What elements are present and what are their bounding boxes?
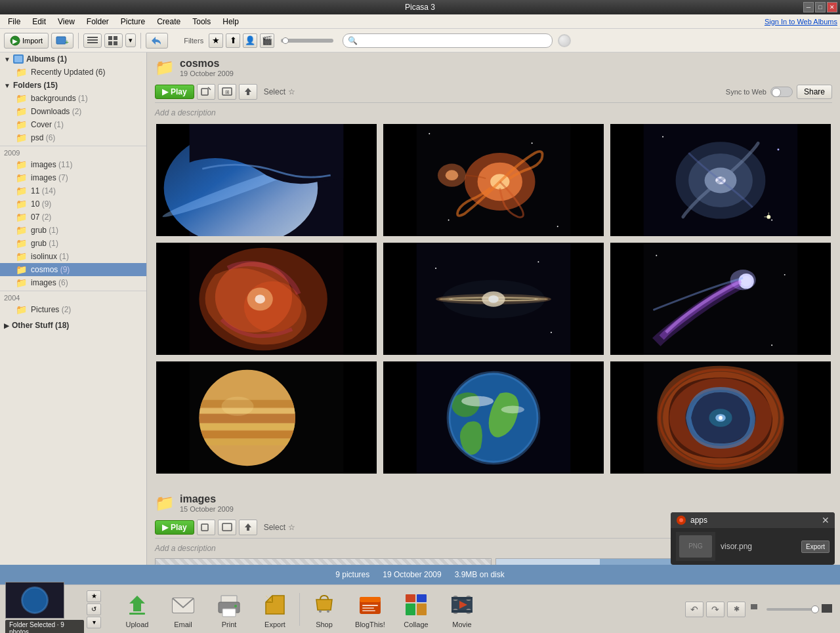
print-action[interactable]: Print [206,588,252,631]
menu-tools[interactable]: Tools [187,16,216,28]
cosmos-sync-toggle[interactable] [770,87,793,97]
cosmos-tool-btn-3[interactable] [239,84,257,100]
filter-slider[interactable] [281,39,333,43]
tray-rotate-button[interactable]: ↺ [87,603,101,615]
import-button[interactable]: ▶ Import [4,33,49,49]
svg-point-57 [442,280,545,319]
cosmos-tool-btn-1[interactable] [197,84,215,100]
images-select-label: Select [264,523,285,532]
mark-button[interactable]: ✱ [727,602,746,617]
photo-comet[interactable] [609,241,832,356]
menu-picture[interactable]: Picture [116,16,150,28]
slideshow-icon: ⊞ [222,87,232,97]
sidebar-item-psd[interactable]: 📁 psd (6) [0,131,146,144]
svg-text:+: + [65,39,69,46]
photo-edge-on-galaxy[interactable] [382,241,605,356]
list-view-button[interactable] [83,33,102,48]
menu-folder[interactable]: Folder [81,16,114,28]
sidebar-item-downloads[interactable]: 📁 Downloads (2) [0,105,146,118]
dropdown-button[interactable]: ▾ [125,33,136,47]
overlay-close-button[interactable]: ✕ [822,515,830,525]
images-play-button[interactable]: ▶ Play [155,520,194,535]
zoom-slider[interactable] [766,608,819,611]
menu-help[interactable]: Help [217,16,244,28]
sidebar-item-images-6[interactable]: 📁 images (6) [0,276,146,289]
cosmos-select-star[interactable]: ☆ [288,87,295,96]
sidebar-item-images-7[interactable]: 📁 images (7) [0,171,146,184]
folders-section-header[interactable]: ▼ Folders (15) [0,79,146,92]
photo-jupiter[interactable] [155,360,378,475]
images-select-star[interactable]: ☆ [288,523,295,532]
filter-star-button[interactable]: ★ [209,33,223,48]
sidebar-item-grub-1[interactable]: 📁 grub (1) [0,224,146,237]
cosmos-share-button[interactable]: Share [797,85,832,99]
filter-upload-button[interactable]: ⬆ [226,33,240,48]
shop-action[interactable]: Shop [301,588,347,631]
sidebar-item-cover-label: Cover (1) [31,120,64,129]
sidebar-item-pictures[interactable]: 📁 Pictures (2) [0,303,146,316]
grid-view-button[interactable] [104,33,123,48]
sidebar-item-cover[interactable]: 📁 Cover (1) [0,118,146,131]
sidebar-item-10[interactable]: 📁 10 (9) [0,197,146,211]
menu-view[interactable]: View [52,16,80,28]
cosmos-select-label: Select [264,87,285,96]
cosmos-tool-btn-2[interactable]: ⊞ [218,84,236,100]
sidebar-item-images-11[interactable]: 📁 images (11) [0,158,146,171]
photo-earth-globe[interactable] [382,360,605,475]
photo-nebula-orange[interactable] [155,241,378,356]
cosmos-play-button[interactable]: ▶ Play [155,85,194,99]
other-stuff-label: Other Stuff (18) [12,321,69,330]
blogthis-action[interactable]: BlogThis! [347,588,393,631]
menu-file[interactable]: File [3,16,26,28]
minimize-button[interactable]: ─ [803,2,814,12]
sidebar-item-cosmos-label: cosmos (9) [31,265,70,274]
back-button[interactable] [146,33,168,49]
folders-header-label: Folders (15) [13,81,58,90]
redo-button[interactable]: ↷ [706,602,724,617]
sidebar-item-recently-updated[interactable]: 📁 Recently Updated (6) [0,66,146,79]
images-tool-btn-2[interactable] [218,520,236,535]
movie-action[interactable]: Movie [439,588,485,631]
menu-create[interactable]: Create [152,16,186,28]
photo-helix-nebula[interactable] [609,360,832,475]
images-thumb-placeholder-1[interactable] [155,558,492,565]
svg-rect-116 [362,610,375,611]
folder-icon-isolinux: 📁 [16,251,27,262]
overlay-export-button[interactable]: Export [801,541,830,553]
sidebar-item-11[interactable]: 📁 11 (14) [0,184,146,197]
photo-spiral-galaxy-1[interactable] [382,123,605,237]
zoom-small-icon [751,604,764,615]
preview-thumbnail[interactable] [5,582,64,619]
sidebar-item-cosmos[interactable]: 📁 cosmos (9) [0,263,146,276]
menu-edit[interactable]: Edit [27,16,51,28]
filter-person-button[interactable]: 👤 [243,33,257,48]
tray-menu-button[interactable]: ▾ [87,617,101,628]
photo-spiral-galaxy-2[interactable] [609,123,832,237]
albums-section-header[interactable]: ▼ Albums (1) [0,52,146,66]
edit-icon [201,87,211,97]
undo-button[interactable]: ↶ [685,602,704,617]
other-stuff-section-header[interactable]: ▶ Other Stuff (18) [0,319,146,332]
photo-earth-atmosphere[interactable] [155,123,378,237]
images-title-row: 📁 images 15 October 2009 [155,493,832,513]
tray-star-button[interactable]: ★ [87,590,101,602]
email-action[interactable]: Email [160,588,206,631]
search-input[interactable] [343,33,553,48]
sidebar-item-backgrounds[interactable]: 📁 backgrounds (1) [0,92,146,105]
add-photos-button[interactable]: + [51,33,74,49]
collage-action[interactable]: Collage [393,588,439,631]
sign-in-link[interactable]: Sign In to Web Albums [765,18,837,26]
sidebar-item-07[interactable]: 📁 07 (2) [0,211,146,224]
images-tool-btn-1[interactable] [197,520,215,535]
svg-rect-71 [199,424,295,430]
maximize-button[interactable]: □ [815,2,826,12]
sidebar-item-grub-2[interactable]: 📁 grub (1) [0,237,146,250]
export-action[interactable]: Export [252,588,298,631]
filter-video-button[interactable]: 🎬 [260,33,274,48]
upload-action[interactable]: Upload [114,588,160,631]
cosmos-description[interactable]: Add a description [155,108,832,123]
close-button[interactable]: ✕ [827,2,837,12]
images-tool-btn-3[interactable] [239,520,257,535]
folder-icon-images-6: 📁 [16,277,27,288]
sidebar-item-isolinux[interactable]: 📁 isolinux (1) [0,250,146,263]
